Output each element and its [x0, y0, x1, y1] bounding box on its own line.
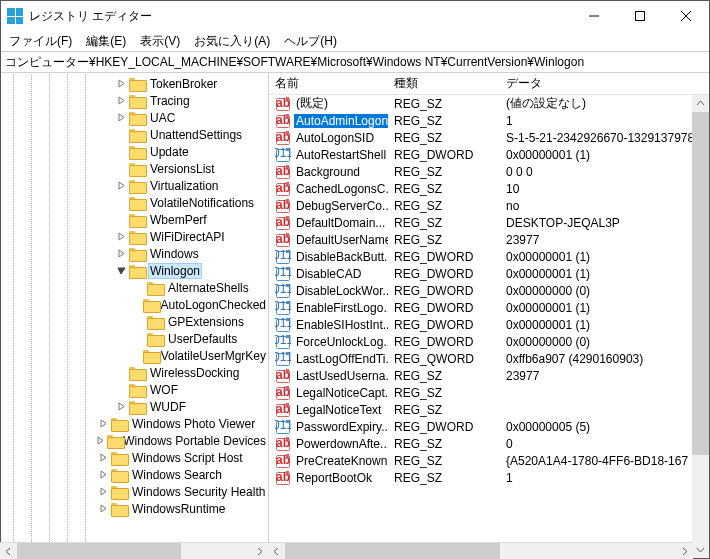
scroll-thumb[interactable]: [285, 543, 500, 560]
value-data: 0x00000001 (1): [500, 250, 709, 264]
tree-label: AutoLogonChecked: [159, 298, 268, 312]
tree-item-tokenbroker[interactable]: TokenBroker: [1, 75, 268, 92]
tree-item-unattendsettings[interactable]: UnattendSettings: [1, 126, 268, 143]
list-vertical-scrollbar[interactable]: [692, 95, 709, 558]
tree-item-wof[interactable]: WOF: [1, 381, 268, 398]
close-button[interactable]: [663, 1, 709, 31]
menu-view[interactable]: 表示(V): [140, 33, 180, 50]
tree-item-windows-photo-viewer[interactable]: Windows Photo Viewer: [1, 415, 268, 432]
tree-label: Virtualization: [148, 179, 220, 193]
col-data[interactable]: データ: [500, 73, 709, 95]
value-row[interactable]: abLegalNoticeCapt...REG_SZ: [269, 384, 709, 401]
value-row[interactable]: 011DisableLockWor...REG_DWORD0x00000000 …: [269, 282, 709, 299]
value-row[interactable]: 011DisableCADREG_DWORD0x00000001 (1): [269, 265, 709, 282]
tree-item-alternateshells[interactable]: AlternateShells: [1, 279, 268, 296]
minimize-button[interactable]: [571, 1, 617, 31]
tree-item-winlogon[interactable]: Winlogon: [1, 262, 268, 279]
maximize-button[interactable]: [617, 1, 663, 31]
scroll-thumb[interactable]: [17, 543, 181, 560]
value-row[interactable]: abDebugServerCo...REG_SZno: [269, 197, 709, 214]
scroll-thumb[interactable]: [692, 112, 709, 455]
string-value-icon: ab: [275, 198, 291, 214]
string-value-icon: ab: [275, 164, 291, 180]
tree-item-uac[interactable]: UAC: [1, 109, 268, 126]
tree-item-windows-search[interactable]: Windows Search: [1, 466, 268, 483]
value-row[interactable]: 011AutoRestartShellREG_DWORD0x00000001 (…: [269, 146, 709, 163]
tree-item-volatilenotifications[interactable]: VolatileNotifications: [1, 194, 268, 211]
tree-item-wudf[interactable]: WUDF: [1, 398, 268, 415]
tree-label: Tracing: [148, 94, 192, 108]
value-row[interactable]: abPowerdownAfte...REG_SZ0: [269, 435, 709, 452]
chevron-right-icon[interactable]: [113, 178, 129, 194]
value-row[interactable]: abLastUsedUserna...REG_SZ23977: [269, 367, 709, 384]
value-row[interactable]: abDefaultUserNameREG_SZ23977: [269, 231, 709, 248]
value-row[interactable]: abDefaultDomain...REG_SZDESKTOP-JEQAL3P: [269, 214, 709, 231]
value-type: REG_SZ: [388, 369, 500, 383]
tree-item-userdefaults[interactable]: UserDefaults: [1, 330, 268, 347]
folder-icon: [147, 281, 163, 294]
tree-item-volatileusermgrkey[interactable]: VolatileUserMgrKey: [1, 347, 268, 364]
tree-item-update[interactable]: Update: [1, 143, 268, 160]
col-name[interactable]: 名前: [269, 73, 388, 95]
menu-edit[interactable]: 編集(E): [86, 33, 126, 50]
list-horizontal-scrollbar[interactable]: [268, 542, 693, 559]
tree-item-windows[interactable]: Windows: [1, 245, 268, 262]
tree-item-windows-script-host[interactable]: Windows Script Host: [1, 449, 268, 466]
value-row[interactable]: abAutoLogonSIDREG_SZS-1-5-21-2342926670-…: [269, 129, 709, 146]
chevron-right-icon[interactable]: [113, 76, 129, 92]
menu-file[interactable]: ファイル(F): [9, 33, 72, 50]
svg-rect-21: [286, 199, 289, 202]
chevron-down-icon[interactable]: [113, 263, 129, 279]
scroll-down-icon[interactable]: [692, 541, 709, 558]
spacer-icon: [131, 280, 147, 296]
chevron-right-icon[interactable]: [95, 416, 111, 432]
chevron-right-icon[interactable]: [113, 93, 129, 109]
chevron-right-icon[interactable]: [95, 501, 111, 517]
value-row[interactable]: abReportBootOkREG_SZ1: [269, 469, 709, 486]
string-value-icon: ab: [275, 453, 291, 469]
chevron-right-icon[interactable]: [95, 484, 111, 500]
scroll-right-icon[interactable]: [676, 543, 693, 560]
scroll-left-icon[interactable]: [0, 543, 17, 560]
value-row[interactable]: 011EnableSIHostInt...REG_DWORD0x00000001…: [269, 316, 709, 333]
scroll-left-icon[interactable]: [268, 543, 285, 560]
value-row[interactable]: 011LastLogOffEndTi...REG_QWORD0xffb6a907…: [269, 350, 709, 367]
chevron-right-icon[interactable]: [95, 450, 111, 466]
tree-horizontal-scrollbar[interactable]: [0, 542, 268, 559]
value-row[interactable]: abCachedLogonsC...REG_SZ10: [269, 180, 709, 197]
chevron-right-icon[interactable]: [95, 433, 107, 449]
chevron-right-icon[interactable]: [113, 246, 129, 262]
value-row[interactable]: 011PasswordExpiry...REG_DWORD0x00000005 …: [269, 418, 709, 435]
tree-item-versionslist[interactable]: VersionsList: [1, 160, 268, 177]
value-row[interactable]: abLegalNoticeTextREG_SZ: [269, 401, 709, 418]
value-row[interactable]: abBackgroundREG_SZ0 0 0: [269, 163, 709, 180]
tree-item-virtualization[interactable]: Virtualization: [1, 177, 268, 194]
chevron-right-icon[interactable]: [113, 110, 129, 126]
tree-item-tracing[interactable]: Tracing: [1, 92, 268, 109]
tree-item-wbemperf[interactable]: WbemPerf: [1, 211, 268, 228]
tree-item-windows-security-health[interactable]: Windows Security Health: [1, 483, 268, 500]
scroll-right-icon[interactable]: [251, 543, 268, 560]
value-row[interactable]: 011EnableFirstLogo...REG_DWORD0x00000001…: [269, 299, 709, 316]
value-row[interactable]: abPreCreateKnown...REG_SZ{A520A1A4-1780-…: [269, 452, 709, 469]
tree-item-autologonchecked[interactable]: AutoLogonChecked: [1, 296, 268, 313]
tree-item-wifidirectapi[interactable]: WiFiDirectAPI: [1, 228, 268, 245]
tree-item-windowsruntime[interactable]: WindowsRuntime: [1, 500, 268, 517]
col-type[interactable]: 種類: [388, 73, 500, 95]
menu-help[interactable]: ヘルプ(H): [284, 33, 337, 50]
value-row[interactable]: 011ForceUnlockLog...REG_DWORD0x00000000 …: [269, 333, 709, 350]
value-row[interactable]: 011DisableBackButt...REG_DWORD0x00000001…: [269, 248, 709, 265]
tree-item-gpextensions[interactable]: GPExtensions: [1, 313, 268, 330]
menu-favorites[interactable]: お気に入り(A): [194, 33, 270, 50]
scroll-up-icon[interactable]: [692, 95, 709, 112]
tree-item-windows-portable-devices[interactable]: Windows Portable Devices: [1, 432, 268, 449]
chevron-right-icon[interactable]: [113, 399, 129, 415]
chevron-right-icon[interactable]: [95, 467, 111, 483]
tree-item-wirelessdocking[interactable]: WirelessDocking: [1, 364, 268, 381]
address-bar[interactable]: コンピューター¥HKEY_LOCAL_MACHINE¥SOFTWARE¥Micr…: [1, 51, 709, 73]
list-pane[interactable]: 名前 種類 データ ab(既定)REG_SZ(値の設定なし)abAutoAdmi…: [269, 73, 709, 558]
value-row[interactable]: ab(既定)REG_SZ(値の設定なし): [269, 95, 709, 112]
chevron-right-icon[interactable]: [113, 229, 129, 245]
tree-pane[interactable]: TokenBrokerTracingUACUnattendSettingsUpd…: [1, 73, 269, 558]
value-row[interactable]: abAutoAdminLogonREG_SZ1: [269, 112, 709, 129]
